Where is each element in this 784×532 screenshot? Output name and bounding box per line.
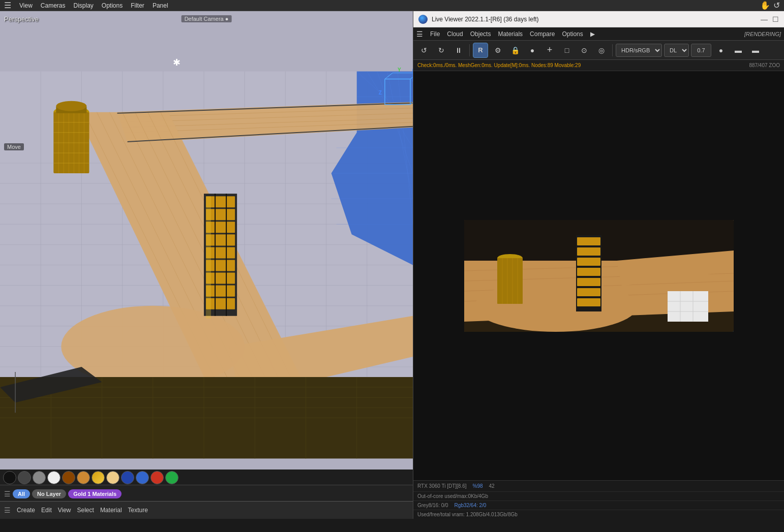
lv-toolbar: ↺ ↻ ⏸ R ⚙ 🔒 ● + □ ⊙ ◎ HDR/sRGB DL ● ▬ ▬ [413,41,784,60]
pill-no-layer[interactable]: No Layer [32,489,66,498]
lv-menu-file[interactable]: File [430,30,440,38]
lv-pin-btn[interactable]: ⊙ [577,43,592,58]
lv-rgb-info: Rgb32/64: 2/0 [455,503,487,508]
lv-vram-info: Used/free/total vram: 1.208Gb/4.013Gb/8G… [417,512,518,517]
menu-texture[interactable]: Texture [128,507,148,514]
lv-menu-cloud[interactable]: Cloud [447,30,463,38]
lv-out-of-core-row: Out-of-core used/max:0Kb/4Gb [413,491,784,500]
svg-rect-127 [577,278,600,286]
lv-bar2-btn[interactable]: ▬ [748,43,763,58]
lv-r-btn[interactable]: R [473,43,488,58]
toolbar-rotate-icon[interactable]: ↺ [773,1,780,10]
swatch-red[interactable] [150,471,164,484]
main-area: X Y Z Perspective Default Camera ● Move … [0,11,784,519]
lv-title-controls: — ☐ [761,16,779,23]
lv-dl-dropdown[interactable]: DL [664,44,689,57]
menu-view[interactable]: View [19,2,33,9]
menu-cameras[interactable]: Cameras [41,2,66,9]
lv-value-input[interactable] [691,44,711,57]
swatch-black[interactable] [3,471,16,484]
swatch-brown[interactable] [62,471,75,484]
lv-status-line: Check:0ms./0ms. MeshGen:0ms. Update[M]:0… [413,60,784,71]
lv-menu-options[interactable]: Options [562,30,583,38]
lv-menu-objects[interactable]: Objects [470,30,491,38]
lv-coords: 887/407 ZOO [749,62,780,68]
pill-gold-materials[interactable]: Gold 1 Materials [68,489,122,498]
svg-rect-125 [577,258,600,266]
scene-svg: X Y Z [0,11,413,519]
camera-label: Default Camera ● [182,15,232,22]
menu-icon: ☰ [4,1,11,10]
lv-sphere2-btn[interactable]: ● [713,43,729,58]
menu-select[interactable]: Select [77,507,94,514]
lv-gpu-bar: RTX 3060 Ti [DT][8.6] %98 42 [413,480,784,491]
lv-rendering-badge: [RENDERING] [744,31,781,37]
hamburger-icon: ☰ [4,490,11,498]
menu-display[interactable]: Display [73,2,93,9]
lv-pause-btn[interactable]: ⏸ [451,43,466,58]
lv-rotate-btn[interactable]: ↺ [416,43,432,58]
lv-grey-info: Grey8/16: 0/0 [417,503,448,508]
lv-plus-btn[interactable]: + [542,43,557,58]
svg-rect-128 [577,288,600,296]
status-bar: ☰ All No Layer Gold 1 Materials [0,485,413,503]
lv-ring-btn[interactable]: ◎ [594,43,609,58]
move-label: Move [4,143,24,150]
lv-separator-2 [612,44,613,56]
lv-cycle-btn[interactable]: ↻ [434,43,449,58]
bottom-menu-bar: ☰ Create Edit View Select Material Textu… [0,501,413,519]
lv-render-image [464,220,734,332]
swatch-white[interactable] [47,471,61,484]
svg-point-64 [56,101,86,111]
svg-rect-117 [497,258,523,304]
lv-menu-more[interactable]: ▶ [590,30,595,38]
swatch-blue[interactable] [136,471,149,484]
lv-gear-btn[interactable]: ⚙ [490,43,505,58]
material-swatches-bar [0,470,413,486]
lv-menu-compare[interactable]: Compare [530,30,555,38]
svg-text:Z: Z [379,90,382,96]
menu-panel[interactable]: Panel [153,2,168,9]
menu-edit[interactable]: Edit [41,507,52,514]
lv-minimize-btn[interactable]: — [761,16,768,23]
lv-lock-btn[interactable]: 🔒 [507,43,523,58]
svg-rect-126 [577,268,600,276]
lv-cam-btn[interactable]: □ [559,43,575,58]
svg-text:Y: Y [398,67,401,73]
lv-sphere-btn[interactable]: ● [525,43,540,58]
swatch-gold[interactable] [92,471,105,484]
lv-hdr-dropdown[interactable]: HDR/sRGB [616,44,662,57]
menu-create[interactable]: Create [17,507,35,514]
lv-title-text: Live Viewer 2022.1.1-[R6] (36 days left) [432,16,539,23]
menu-options[interactable]: Options [102,2,123,9]
menu-view-bottom[interactable]: View [58,507,71,514]
swatch-grey[interactable] [33,471,46,484]
menu-material[interactable]: Material [100,507,122,514]
menu-filter[interactable]: Filter [131,2,144,9]
svg-rect-129 [577,298,600,306]
hamburger-bottom-icon: ☰ [4,506,11,514]
viewport[interactable]: X Y Z Perspective Default Camera ● Move … [0,11,413,519]
lv-title-left: Live Viewer 2022.1.1-[R6] (36 days left) [418,15,539,24]
lv-bar1-btn[interactable]: ▬ [731,43,746,58]
lv-status-text: Check:0ms./0ms. MeshGen:0ms. Update[M]:0… [417,62,581,68]
svg-rect-77 [206,196,211,319]
lv-render-area[interactable] [413,71,784,480]
swatch-green[interactable] [165,471,178,484]
swatch-light-gold[interactable] [106,471,119,484]
lv-gpu-val: 42 [489,483,495,489]
swatch-tan[interactable] [77,471,90,484]
lv-app-icon [418,15,428,24]
swatch-dark-grey[interactable] [18,471,31,484]
lv-menu-hamburger[interactable]: ☰ [416,30,423,38]
toolbar-cursor-icon[interactable]: ✋ [760,1,770,10]
lv-vram-row: Used/free/total vram: 1.208Gb/4.013Gb/8G… [413,510,784,519]
menu-bar: ☰ View Cameras Display Options Filter Pa… [0,0,784,11]
lv-gpu-percent: %98 [473,483,483,489]
swatch-dark-blue[interactable] [121,471,134,484]
cursor-crosshair: ✱ [173,57,180,68]
lv-restore-btn[interactable]: ☐ [772,16,779,23]
lv-menu-materials[interactable]: Materials [498,30,523,38]
lv-grey-rgb-row: Grey8/16: 0/0 Rgb32/64: 2/0 [413,500,784,510]
pill-all[interactable]: All [13,489,30,498]
